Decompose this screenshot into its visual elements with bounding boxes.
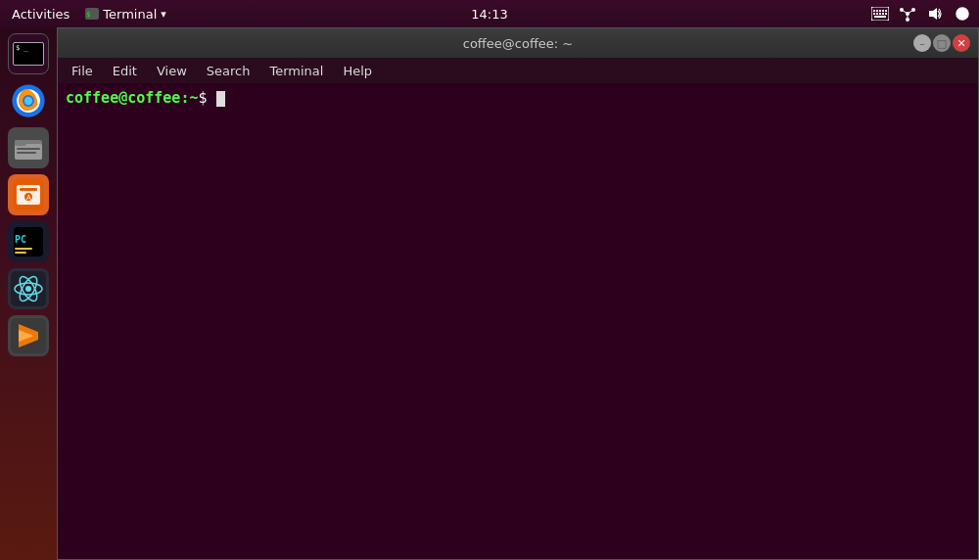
- svg-rect-12: [885, 13, 887, 15]
- svg-rect-41: [15, 248, 32, 250]
- svg-rect-7: [885, 10, 887, 12]
- prompt-user: coffee@coffee:~: [66, 89, 198, 107]
- svg-text:PC: PC: [15, 234, 26, 245]
- svg-line-18: [902, 10, 908, 14]
- terminal-menubar: File Edit View Search Terminal Help: [58, 58, 978, 83]
- topbar: Activities $ Terminal ▾ 14:13: [0, 0, 979, 27]
- volume-icon[interactable]: [926, 5, 944, 23]
- svg-rect-35: [20, 188, 37, 191]
- maximize-button[interactable]: □: [933, 34, 951, 52]
- network-icon[interactable]: [899, 5, 916, 23]
- svg-rect-6: [882, 10, 884, 12]
- menu-view[interactable]: View: [149, 62, 195, 80]
- dock-icon-files[interactable]: [8, 127, 49, 168]
- terminal-window: coffee@coffee: ~ – □ ✕ File Edit View Se…: [57, 27, 979, 560]
- terminal-body[interactable]: coffee@coffee:~$: [58, 83, 978, 559]
- menu-terminal[interactable]: Terminal: [261, 62, 331, 80]
- svg-rect-11: [882, 13, 884, 15]
- svg-rect-5: [879, 10, 881, 12]
- terminal-app-menu[interactable]: $ Terminal ▾: [85, 7, 165, 22]
- svg-rect-8: [873, 13, 875, 15]
- svg-rect-32: [17, 152, 36, 154]
- activities-button[interactable]: Activities: [8, 5, 73, 23]
- menu-search[interactable]: Search: [199, 62, 258, 80]
- cursor: [216, 91, 225, 107]
- svg-rect-4: [876, 10, 878, 12]
- svg-rect-42: [15, 252, 26, 254]
- dock-icon-sublime-text[interactable]: [8, 315, 49, 356]
- terminal-titlebar: coffee@coffee: ~ – □ ✕: [58, 28, 978, 58]
- menu-edit[interactable]: Edit: [105, 62, 145, 80]
- power-icon[interactable]: [954, 5, 971, 23]
- svg-rect-30: [15, 140, 26, 146]
- menu-help[interactable]: Help: [335, 62, 380, 80]
- svg-text:$: $: [86, 11, 90, 19]
- svg-point-27: [24, 97, 32, 105]
- topbar-clock: 14:13: [471, 7, 507, 22]
- svg-rect-10: [879, 13, 881, 15]
- prompt-dollar: $: [198, 89, 215, 107]
- dock: $ _: [0, 27, 57, 560]
- keyboard-icon[interactable]: [871, 5, 889, 23]
- svg-rect-31: [17, 148, 40, 150]
- topbar-right: [871, 5, 971, 23]
- dock-icon-pycharm[interactable]: PC: [8, 221, 49, 262]
- svg-rect-13: [874, 16, 886, 18]
- dock-icon-software-center[interactable]: A: [8, 174, 49, 215]
- dock-icon-terminal[interactable]: $ _: [8, 33, 49, 74]
- terminal-dropdown-icon: ▾: [161, 8, 166, 21]
- svg-marker-21: [929, 8, 937, 20]
- dock-icon-atom[interactable]: [8, 268, 49, 309]
- svg-line-19: [908, 10, 913, 14]
- dock-icon-firefox[interactable]: [8, 80, 49, 121]
- close-button[interactable]: ✕: [953, 34, 970, 52]
- svg-rect-9: [876, 13, 878, 15]
- svg-text:A: A: [26, 194, 31, 201]
- topbar-left: Activities $ Terminal ▾: [8, 5, 166, 23]
- window-controls: – □ ✕: [913, 34, 970, 52]
- terminal-app-label: Terminal: [103, 7, 157, 22]
- svg-point-47: [25, 286, 31, 292]
- svg-rect-3: [873, 10, 875, 12]
- menu-file[interactable]: File: [64, 62, 101, 80]
- minimize-button[interactable]: –: [913, 34, 931, 52]
- main-content: $ _: [0, 27, 979, 560]
- terminal-window-title: coffee@coffee: ~: [463, 36, 574, 51]
